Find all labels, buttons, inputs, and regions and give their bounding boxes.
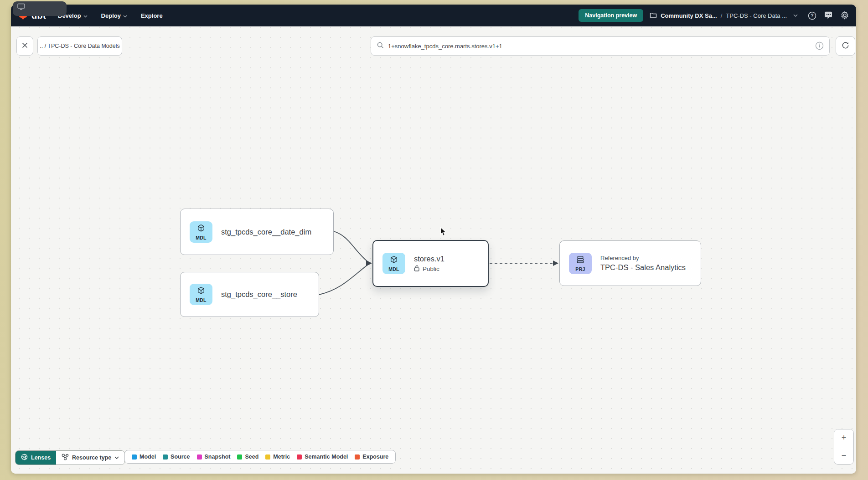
badge-label: MDL bbox=[196, 297, 207, 303]
close-icon bbox=[22, 42, 28, 50]
archive-stack-icon bbox=[576, 255, 585, 266]
zoom-controls: + − bbox=[834, 429, 854, 465]
legend-swatch bbox=[163, 454, 168, 460]
legend-swatch bbox=[197, 454, 202, 460]
settings-gear-icon[interactable] bbox=[840, 10, 850, 20]
badge-label: MDL bbox=[388, 266, 399, 272]
legend-item-seed: Seed bbox=[237, 454, 258, 460]
legend-swatch bbox=[297, 454, 302, 460]
svg-text:?: ? bbox=[811, 13, 813, 18]
node-stg-tpcds-core-store[interactable]: MDL stg_tpcds_core__store bbox=[180, 272, 319, 317]
model-badge: MDL bbox=[190, 221, 212, 243]
close-lineage-button[interactable] bbox=[16, 36, 33, 56]
node-title: TPC-DS - Sales Analytics bbox=[600, 263, 686, 272]
search-icon bbox=[377, 42, 384, 51]
monitor-icon bbox=[17, 3, 25, 12]
badge-label: PRJ bbox=[575, 266, 585, 272]
legend-item-snapshot: Snapshot bbox=[197, 454, 231, 460]
breadcrumb: Community DX Sa... / TPC-DS - Core Data … bbox=[650, 10, 801, 20]
legend-swatch bbox=[237, 454, 242, 460]
lenses-control: Lenses Resource type bbox=[15, 450, 125, 465]
lineage-selector-input[interactable]: 1+snowflake_tpcds_core.marts.stores.v1+1 bbox=[371, 36, 830, 56]
node-referenced-by-sales-analytics[interactable]: PRJ Referenced by TPC-DS - Sales Analyti… bbox=[559, 240, 701, 286]
feedback-chat-icon[interactable] bbox=[823, 10, 833, 20]
lineage-path-chip[interactable]: .. / TPC-DS - Core Data Models bbox=[37, 36, 122, 56]
edge-store-to-stores bbox=[319, 265, 368, 295]
refresh-icon bbox=[842, 41, 849, 51]
refresh-lineage-button[interactable] bbox=[836, 36, 855, 56]
legend-item-exposure: Exposure bbox=[355, 454, 388, 460]
lenses-button[interactable]: Lenses bbox=[16, 451, 56, 465]
breadcrumb-section[interactable]: TPC-DS - Core Data ... bbox=[726, 12, 787, 19]
edge-date-dim-to-stores bbox=[334, 231, 368, 262]
legend-item-semantic-model: Semantic Model bbox=[297, 454, 348, 460]
badge-label: MDL bbox=[196, 235, 207, 240]
navigation-preview-button[interactable]: Navigation preview bbox=[579, 9, 643, 22]
edge-arrowhead bbox=[553, 260, 558, 266]
legend-swatch bbox=[265, 454, 270, 460]
node-stg-tpcds-core-date-dim[interactable]: MDL stg_tpcds_core__date_dim bbox=[180, 209, 334, 255]
mouse-cursor bbox=[440, 227, 448, 239]
model-badge: MDL bbox=[382, 253, 405, 274]
legend-item-model: Model bbox=[132, 454, 156, 460]
legend-swatch bbox=[355, 454, 360, 460]
project-badge: PRJ bbox=[569, 253, 592, 274]
node-pretitle: Referenced by bbox=[600, 255, 686, 261]
model-badge: MDL bbox=[190, 284, 212, 305]
cube-icon bbox=[389, 255, 398, 266]
node-stores-v1-selected[interactable]: MDL stores.v1 Public bbox=[372, 240, 489, 287]
legend-item-metric: Metric bbox=[265, 454, 290, 460]
node-title: stg_tpcds_core__store bbox=[221, 290, 297, 299]
resource-type-dropdown[interactable]: Resource type bbox=[56, 451, 124, 465]
folder-icon bbox=[650, 12, 657, 20]
zoom-in-button[interactable]: + bbox=[834, 429, 853, 447]
resource-type-legend: Model Source Snapshot Seed Metric Semant… bbox=[124, 450, 396, 464]
chevron-down-icon bbox=[114, 454, 119, 461]
node-title: stores.v1 bbox=[414, 255, 444, 263]
nav-item-explore[interactable]: Explore bbox=[141, 12, 163, 19]
screen-capture-overlay bbox=[13, 1, 67, 16]
help-icon[interactable]: ? bbox=[807, 10, 817, 20]
cube-icon bbox=[196, 286, 206, 297]
legend-swatch bbox=[132, 454, 137, 460]
zoom-out-button[interactable]: − bbox=[834, 447, 853, 465]
breadcrumb-separator: / bbox=[721, 12, 723, 19]
chevron-down-icon bbox=[123, 12, 127, 19]
breadcrumb-chevron-down-icon[interactable] bbox=[790, 10, 801, 20]
node-access-level: Public bbox=[414, 265, 444, 273]
dbt-app-window: dbt Develop Deploy Explore Navigation pr… bbox=[11, 5, 856, 474]
graph-nodes-icon bbox=[62, 454, 69, 462]
lens-aperture-icon bbox=[21, 454, 28, 462]
breadcrumb-project[interactable]: Community DX Sa... bbox=[661, 12, 717, 19]
node-title: stg_tpcds_core__date_dim bbox=[221, 228, 311, 236]
edge-arrowhead bbox=[366, 260, 372, 266]
selector-value: 1+snowflake_tpcds_core.marts.stores.v1+1 bbox=[388, 43, 502, 50]
cube-icon bbox=[196, 224, 206, 235]
lock-open-icon bbox=[414, 265, 420, 273]
lineage-canvas[interactable]: .. / TPC-DS - Core Data Models 1+snowfla… bbox=[11, 26, 856, 474]
nav-item-deploy[interactable]: Deploy bbox=[101, 12, 127, 19]
top-navigation-bar: dbt Develop Deploy Explore Navigation pr… bbox=[11, 5, 856, 26]
chevron-down-icon bbox=[83, 12, 88, 19]
info-icon[interactable] bbox=[815, 41, 824, 52]
legend-item-source: Source bbox=[163, 454, 190, 460]
